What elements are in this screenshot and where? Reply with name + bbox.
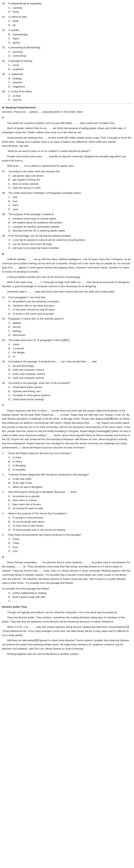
qc3-num: 3.: [2, 490, 8, 494]
passage-e-label: libraries public They: [2, 605, 132, 609]
question-32: 32. A. predict B. acknowledge C. argue D…: [2, 28, 132, 44]
qc5-optA-letter: A.: [8, 537, 12, 541]
q39-optC-text: compare air pollution and plastic pollut…: [12, 225, 132, 229]
passage-b-p1: Artificial satellite……… we up with the n…: [2, 257, 132, 274]
qc1-optB-text: In Africa: [12, 460, 132, 464]
q43-optA-text: chess: [12, 342, 132, 346]
q40-optA-text: is too big for people to solve B.can be …: [12, 238, 132, 242]
q43-optB-text: a scientist: [12, 347, 132, 350]
question-30: 30. It independently B.repeatedly C. car…: [2, 2, 132, 14]
q37-optB-letter: B.: [8, 178, 12, 182]
q31-optD-text: for: [12, 23, 132, 27]
qc4-optB-text: To communicate with others.: [12, 520, 132, 524]
q38-optB-letter: B.: [8, 199, 12, 203]
qc5-text: How many documentaries has Rupert produc…: [8, 533, 132, 537]
q40-optD-letter: D.: [8, 246, 12, 250]
q34-text: A.average B.ordinary: [8, 59, 132, 63]
qc1-optC-text: In Mongolia: [12, 464, 132, 468]
section3-instruction: Directions: Please use ＿⊙please...... re…: [2, 110, 132, 114]
passage-c: Rupert Isaacson was born in Africa. … he…: [2, 409, 132, 450]
q43-optC-letter: C.: [8, 350, 12, 354]
q31-num: 31.: [2, 15, 8, 19]
passage-e: Though not logically all problems can be…: [2, 611, 132, 656]
q35-optB-letter: B.: [8, 76, 12, 81]
q35-optC-letter: C.: [8, 81, 12, 85]
q38-text: The under lined word 'endanger' in Parag…: [8, 191, 132, 195]
q39-optA-text: introduce some ways to recycle waste: [12, 217, 132, 221]
question-c2: 2. That was Rowan diagnosed with the ill…: [2, 473, 132, 489]
q40-text: From the passage, we can tell that the p…: [8, 234, 132, 238]
question-42: 42. Paragraph 4 mainly tells us the scie…: [2, 317, 132, 337]
section-divider-1: [2, 103, 132, 104]
q39-text: The purpose of the passage is mainly to: [8, 212, 132, 216]
passage-e-p3: When J is 35, a at……… said, the notices …: [2, 625, 132, 637]
qc2-optA-text: In the year 2000.: [12, 477, 132, 481]
qc5-optD-letter: D.: [8, 549, 12, 553]
qc3-optC-letter: C.: [8, 502, 12, 506]
q40-optC-text: can be solved, but it won't be easy: [12, 242, 132, 246]
q30-optC-text: carefully: [12, 6, 132, 10]
q42-text: Paragraph 4 mainly tells us the scientis…: [8, 317, 132, 321]
passage-b: Artificial satellite……… we up with the n…: [2, 257, 132, 294]
q33-num: 33.: [2, 45, 8, 50]
q37-optD-letter: D.: [8, 186, 12, 190]
passage-a-p5: People have found some tasts.……. scienti…: [2, 155, 132, 163]
q32-optC-letter: C.: [8, 36, 12, 40]
q30-optC-letter: C.: [8, 6, 12, 10]
question-38: 38. The under lined word 'endanger' in P…: [2, 191, 132, 211]
qc4-optA-text: To produce a documentary.: [12, 516, 132, 520]
qc5-optA-text: Three.: [12, 537, 132, 541]
q36-num: 36.: [2, 90, 8, 94]
qc4-num: 4.: [2, 512, 8, 516]
q32-optB-text: acknowledge: [12, 33, 132, 36]
question-39: 39. The purpose of the passage is mainly…: [2, 212, 132, 233]
q34-optD-letter: D.: [8, 67, 12, 71]
qc2-optB-letter: B.: [8, 481, 12, 485]
q43-num: 43.: [2, 338, 8, 342]
q45-optC-letter: C.: [8, 393, 12, 397]
q44-optD-letter: D.: [8, 376, 12, 380]
q44-optA-letter: A.: [8, 364, 12, 368]
qd1-optC-letter: C.: [8, 599, 12, 603]
q42-optA-letter: A.: [8, 321, 12, 325]
q33-optC-letter: C.: [8, 50, 12, 54]
q36-optC-text: so that: [12, 94, 132, 98]
q44-optC-letter: C.: [8, 372, 12, 376]
q37-optC-letter: C.: [8, 182, 12, 186]
q33-optD-letter: D.: [8, 54, 12, 58]
qc1-optD-text: In Australia: [12, 468, 132, 472]
question-35: 35. A. statement B. strategy C. directio…: [2, 72, 132, 88]
section3-title: III. Reading Comprehension: [2, 105, 132, 110]
q40-optA-letter: A.: [8, 238, 12, 242]
qc4-optD-text: To teach people how to use horses for he…: [12, 528, 132, 532]
qc3-optD-letter: D.: [8, 506, 12, 510]
q38-optD-letter: D.: [8, 208, 12, 211]
q42-optD-letter: D.: [8, 333, 12, 337]
passage-e-p5: Working together with the community libr…: [2, 652, 132, 656]
q44-optA-text: art and technology: [12, 364, 132, 368]
q38-optC-text: learn: [12, 203, 132, 207]
qc4-optB-letter: B.: [8, 520, 12, 524]
q39-optD-text: describe how the US is reducing plastic …: [12, 229, 132, 233]
question-c3: 3. Why did Rupert's family go to Mongoli…: [2, 490, 132, 510]
q41-optB-text: machines with AI can think and learn: [12, 304, 132, 308]
passage-e-p2: There be libraries public. They mention,…: [2, 616, 132, 624]
q42-num: 42.: [2, 317, 8, 321]
qc4-text: What is the purpose of The Horse Boy Fou…: [8, 512, 132, 516]
question-37: 37. According to the writer, birds die b…: [2, 169, 132, 190]
q41-optD-text: AI works in the same way as people: [12, 312, 132, 316]
q30-num: 30.: [2, 2, 8, 5]
q36-optD-text: such as: [12, 98, 132, 102]
q37-optA-text: eat plastic caps and straws: [12, 174, 132, 178]
qc2-optC-text: When he was in Mongolia.: [12, 485, 132, 489]
q44-optD-text: math and computer science: [12, 376, 132, 380]
q44-optB-letter: B.: [8, 368, 12, 372]
q33-text: A.preventing B.withstanding: [8, 45, 132, 50]
passage-d-intro: More Chinese universities…… be welcome B…: [2, 560, 132, 585]
q40-optD-text: will have to be solved by future scienti…: [12, 246, 132, 250]
qc1-text: Share did Rupert Isaacson discover his l…: [8, 452, 132, 455]
qd1-optB-text: finds it good to play with kids: [12, 595, 132, 599]
qc2-optB-text: At the age of two.: [12, 481, 132, 485]
qc5-optB-letter: B.: [8, 541, 12, 545]
q38-optA-letter: A.: [8, 195, 12, 199]
